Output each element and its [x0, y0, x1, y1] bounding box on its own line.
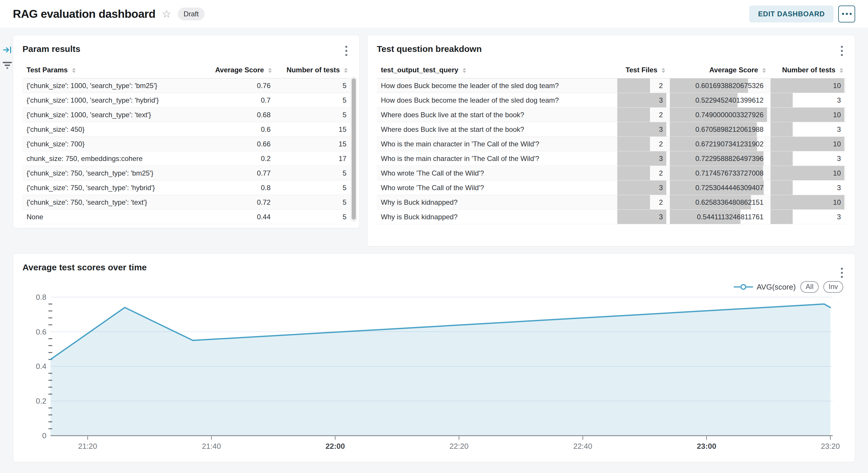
cell-number-of-tests: 3: [769, 210, 846, 224]
cell-number-of-tests: 3: [769, 180, 846, 195]
cell-test-files: 2: [616, 137, 668, 151]
table-row: Who is the main character in 'The Call o…: [377, 151, 846, 166]
cell-test-files: 3: [616, 122, 668, 137]
svg-text:23:20: 23:20: [821, 442, 840, 450]
cell-average-score: 0.44: [187, 210, 275, 224]
table-row: How does Buck become the leader of the s…: [377, 93, 846, 108]
table-row: {'chunk_size': 1000, 'search_type': 'tex…: [23, 108, 350, 122]
cell-average-score: 0.7174576733727008: [668, 166, 769, 180]
column-header-number-of-tests[interactable]: Number of tests: [769, 66, 846, 78]
cell-query: How does Buck become the leader of the s…: [377, 78, 616, 93]
cell-test-params: {'chunk_size': 1000, 'search_type': 'tex…: [23, 108, 187, 122]
cell-number-of-tests: 5: [275, 108, 350, 122]
sort-icon[interactable]: [840, 68, 843, 73]
cell-number-of-tests: 15: [275, 122, 350, 137]
table-row: None0.445: [23, 210, 350, 224]
edit-dashboard-button[interactable]: EDIT DASHBOARD: [749, 5, 834, 23]
cell-query: Where does Buck live at the start of the…: [377, 108, 616, 122]
cell-test-params: {'chunk_size': 700}: [23, 137, 187, 151]
svg-text:21:20: 21:20: [78, 442, 97, 450]
cell-test-files: 3: [616, 93, 668, 108]
svg-text:23:00: 23:00: [697, 442, 716, 450]
cell-number-of-tests: 3: [769, 151, 846, 166]
cell-average-score: 0.76: [187, 78, 275, 93]
svg-text:0.8: 0.8: [36, 293, 46, 302]
cell-query: How does Buck become the leader of the s…: [377, 93, 616, 108]
cell-query: Where does Buck live at the start of the…: [377, 122, 616, 137]
table-row: Who is the main character in 'The Call o…: [377, 137, 846, 151]
cell-test-files: 2: [616, 78, 668, 93]
cell-test-files: 3: [616, 210, 668, 224]
column-header-average-score[interactable]: Average Score: [187, 66, 275, 78]
svg-text:22:40: 22:40: [573, 442, 592, 450]
param-results-table: Test Params Average Score Number of test…: [23, 66, 350, 224]
cell-average-score: 0.6: [187, 122, 275, 137]
cell-query: Who is the main character in 'The Call o…: [377, 151, 616, 166]
cell-number-of-tests: 5: [275, 166, 350, 180]
star-icon[interactable]: ☆: [162, 9, 171, 19]
collapse-panel-icon[interactable]: [2, 45, 12, 56]
cell-test-files: 3: [616, 180, 668, 195]
sort-icon[interactable]: [268, 68, 272, 73]
table-row: {'chunk_size': 750, 'search_type': 'hybr…: [23, 180, 350, 195]
table-row: Who wrote 'The Call of the Wild'?20.7174…: [377, 166, 846, 180]
sort-icon[interactable]: [463, 68, 466, 73]
status-badge: Draft: [178, 8, 205, 21]
question-breakdown-table: test_output_test_query Test Files Averag…: [377, 66, 846, 224]
cell-test-files: 2: [616, 108, 668, 122]
svg-text:0.6: 0.6: [36, 328, 46, 336]
sort-icon[interactable]: [72, 68, 75, 73]
cell-test-params: {'chunk_size': 450}: [23, 122, 187, 137]
panel-menu-icon[interactable]: [342, 45, 350, 57]
column-header-test-files[interactable]: Test Files: [616, 66, 668, 78]
svg-text:0.2: 0.2: [36, 397, 46, 405]
column-header-number-of-tests[interactable]: Number of tests: [275, 66, 350, 78]
table-row: Where does Buck live at the start of the…: [377, 122, 846, 137]
cell-average-score: 0.7253044446309407: [668, 180, 769, 195]
cell-average-score: 0.7490000003327926: [668, 108, 769, 122]
cell-test-params: {'chunk_size': 750, 'search_type': 'hybr…: [23, 180, 187, 195]
cell-test-files: 2: [616, 195, 668, 210]
cell-test-params: {'chunk_size': 1000, 'search_type': 'bm2…: [23, 78, 187, 93]
column-header-test-params[interactable]: Test Params: [23, 66, 187, 78]
cell-query: Who wrote 'The Call of the Wild'?: [377, 166, 616, 180]
param-results-tbody: {'chunk_size': 1000, 'search_type': 'bm2…: [23, 78, 350, 224]
cell-average-score: 0.68: [187, 108, 275, 122]
cell-average-score: 0.6016938820675326: [668, 78, 769, 93]
svg-text:0.4: 0.4: [36, 362, 46, 371]
param-results-panel: Param results Test Params Average Score …: [13, 35, 360, 228]
sort-icon[interactable]: [662, 68, 665, 73]
svg-text:21:40: 21:40: [202, 442, 221, 450]
cell-average-score: 0.6705898212061988: [668, 122, 769, 137]
column-header-query[interactable]: test_output_test_query: [377, 66, 616, 78]
scrollbar-thumb[interactable]: [352, 78, 356, 219]
cell-number-of-tests: 17: [275, 151, 350, 166]
svg-text:0: 0: [42, 431, 46, 440]
panel-menu-icon[interactable]: [837, 45, 846, 57]
cell-average-score: 0.8: [187, 180, 275, 195]
top-bar: RAG evaluation dashboard ☆ Draft EDIT DA…: [0, 0, 868, 28]
table-row: Who wrote 'The Call of the Wild'?30.7253…: [377, 180, 846, 195]
panel-menu-icon[interactable]: [837, 267, 846, 279]
panel-title: Test question breakdown: [377, 44, 482, 54]
table-row: {'chunk_size': 450}0.615: [23, 122, 350, 137]
scrollbar-track[interactable]: [350, 77, 357, 222]
cell-query: Why is Buck kidnapped?: [377, 195, 616, 210]
panel-title: Param results: [23, 44, 80, 54]
table-row: How does Buck become the leader of the s…: [377, 78, 846, 93]
scores-over-time-panel: Average test scores over time AVG(score)…: [13, 254, 855, 462]
question-breakdown-panel: Test question breakdown test_output_test…: [367, 35, 855, 246]
cell-test-params: chunk_size: 750, embeddings:cohere: [23, 151, 187, 166]
cell-average-score: 0.72: [187, 195, 275, 210]
sort-icon[interactable]: [762, 68, 766, 73]
cell-number-of-tests: 10: [769, 166, 846, 180]
scores-chart-svg[interactable]: 00.20.40.60.821:2021:4022:0022:2022:4023…: [13, 286, 856, 459]
more-options-button[interactable]: [838, 5, 855, 23]
cell-number-of-tests: 10: [769, 137, 846, 151]
table-row: {'chunk_size': 700}0.6615: [23, 137, 350, 151]
column-header-average-score[interactable]: Average Score: [668, 66, 769, 78]
filter-icon[interactable]: [2, 60, 13, 72]
cell-number-of-tests: 10: [769, 195, 846, 210]
sort-icon[interactable]: [344, 68, 348, 73]
cell-test-files: 2: [616, 166, 668, 180]
